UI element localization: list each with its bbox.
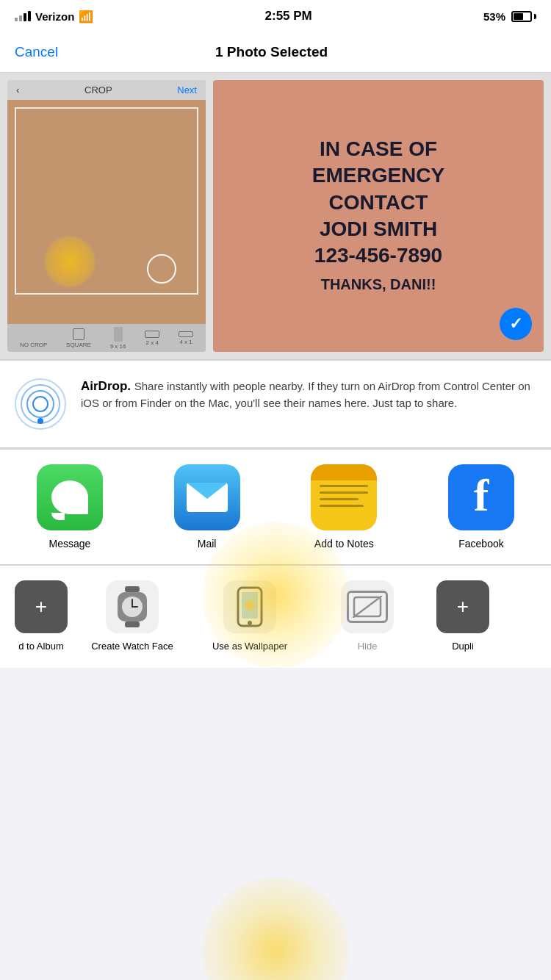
crop-image[interactable] bbox=[7, 100, 206, 324]
duplicate-plus-icon: + bbox=[457, 595, 469, 619]
action-item-duplicate[interactable]: + Dupli bbox=[426, 580, 500, 668]
crop-label: CROP bbox=[84, 84, 112, 96]
action-icon-hide bbox=[341, 580, 394, 633]
apps-section: Message Mail Add to Notes bbox=[0, 449, 551, 564]
action-label-hide: Hide bbox=[358, 641, 378, 653]
app-item-notes[interactable]: Add to Notes bbox=[289, 464, 399, 550]
chevron-left-icon: ‹ bbox=[16, 84, 19, 96]
battery-percent: 53% bbox=[483, 10, 505, 23]
airdrop-icon bbox=[15, 378, 66, 430]
crop-tool-4x1[interactable]: 4 x 1 bbox=[179, 331, 193, 345]
app-icon-message bbox=[37, 464, 103, 530]
crop-header: ‹ CROP Next bbox=[7, 80, 206, 100]
hide-image-icon bbox=[353, 596, 382, 618]
svg-rect-1 bbox=[125, 621, 140, 627]
wallpaper-phone-icon bbox=[235, 586, 264, 627]
action-label-wallpaper: Use as Wallpaper bbox=[212, 641, 287, 653]
crop-handle-white bbox=[147, 254, 176, 284]
crop-toolbar: NO CROP SQUARE 9 x 16 2 x 4 4 x 1 bbox=[7, 324, 206, 352]
actions-row: + d to Album Create Watch Face bbox=[0, 580, 551, 668]
actions-section: + d to Album Create Watch Face bbox=[0, 565, 551, 668]
app-icon-notes bbox=[311, 464, 377, 530]
photo-text: IN CASE OFEMERGENCYCONTACTJODI SMITH123-… bbox=[298, 121, 459, 311]
action-icon-add-album: + bbox=[15, 580, 68, 633]
airdrop-section: AirDrop. Share instantly with people nea… bbox=[0, 360, 551, 448]
selected-checkmark[interactable] bbox=[500, 308, 532, 340]
action-icon-watch-face bbox=[106, 580, 159, 633]
action-item-watch-face[interactable]: Create Watch Face bbox=[73, 580, 191, 668]
nav-title: 1 Photo Selected bbox=[215, 44, 328, 60]
finger-ring-yellow bbox=[44, 236, 96, 287]
action-label-watch-face: Create Watch Face bbox=[91, 641, 173, 653]
time-label: 2:55 PM bbox=[265, 9, 312, 24]
facebook-f-icon: f bbox=[474, 472, 489, 522]
action-item-wallpaper[interactable]: Use as Wallpaper bbox=[191, 580, 309, 668]
signal-icon bbox=[15, 11, 31, 21]
crop-editor[interactable]: ‹ CROP Next NO CROP SQUARE 9 x 16 bbox=[7, 80, 206, 352]
photo-preview[interactable]: IN CASE OFEMERGENCYCONTACTJODI SMITH123-… bbox=[213, 80, 544, 352]
status-left: Verizon 📶 bbox=[15, 10, 93, 24]
mail-envelope-icon bbox=[187, 483, 228, 512]
action-item-add-album[interactable]: + d to Album bbox=[0, 580, 73, 668]
add-album-plus-icon: + bbox=[35, 595, 47, 619]
svg-point-8 bbox=[248, 621, 252, 625]
airdrop-text: AirDrop. Share instantly with people nea… bbox=[81, 378, 536, 411]
svg-point-9 bbox=[245, 600, 255, 610]
svg-rect-0 bbox=[125, 586, 140, 592]
watch-face-icon bbox=[116, 586, 148, 627]
message-bubble-icon bbox=[51, 480, 88, 514]
airdrop-title: AirDrop. bbox=[81, 379, 134, 393]
photo-area: ‹ CROP Next NO CROP SQUARE 9 x 16 bbox=[0, 73, 551, 359]
app-label-message: Message bbox=[49, 538, 91, 550]
crop-tool-2x4[interactable]: 2 x 4 bbox=[145, 331, 159, 346]
app-label-notes: Add to Notes bbox=[314, 538, 374, 550]
crop-tool-nocrop[interactable]: NO CROP bbox=[20, 328, 47, 348]
crop-tool-square[interactable]: SQUARE bbox=[66, 328, 91, 348]
airdrop-description: Share instantly with people nearby. If t… bbox=[81, 380, 530, 409]
action-label-duplicate: Dupli bbox=[452, 641, 474, 653]
battery-icon bbox=[511, 11, 536, 22]
status-right: 53% bbox=[483, 10, 536, 23]
action-label-add-album: d to Album bbox=[18, 641, 63, 653]
action-icon-duplicate: + bbox=[436, 580, 489, 633]
finger-press-overlay-apps bbox=[202, 877, 349, 980]
app-item-message[interactable]: Message bbox=[15, 464, 125, 550]
app-item-facebook[interactable]: f Facebook bbox=[426, 464, 536, 550]
app-label-facebook: Facebook bbox=[458, 538, 503, 550]
svg-line-11 bbox=[353, 596, 382, 618]
carrier-label: Verizon bbox=[35, 10, 74, 23]
crop-tool-9x16[interactable]: 9 x 16 bbox=[110, 327, 126, 350]
cancel-button[interactable]: Cancel bbox=[15, 44, 58, 60]
app-item-mail[interactable]: Mail bbox=[152, 464, 262, 550]
action-item-hide[interactable]: Hide bbox=[309, 580, 426, 668]
action-icon-wallpaper bbox=[223, 580, 276, 633]
nav-bar: Cancel 1 Photo Selected bbox=[0, 32, 551, 73]
crop-next-button[interactable]: Next bbox=[177, 84, 197, 96]
app-icon-facebook: f bbox=[448, 464, 514, 530]
wifi-icon: 📶 bbox=[79, 10, 93, 24]
status-bar: Verizon 📶 2:55 PM 53% bbox=[0, 0, 551, 32]
app-icon-mail bbox=[174, 464, 240, 530]
app-label-mail: Mail bbox=[198, 538, 217, 550]
apps-row: Message Mail Add to Notes bbox=[0, 464, 551, 550]
